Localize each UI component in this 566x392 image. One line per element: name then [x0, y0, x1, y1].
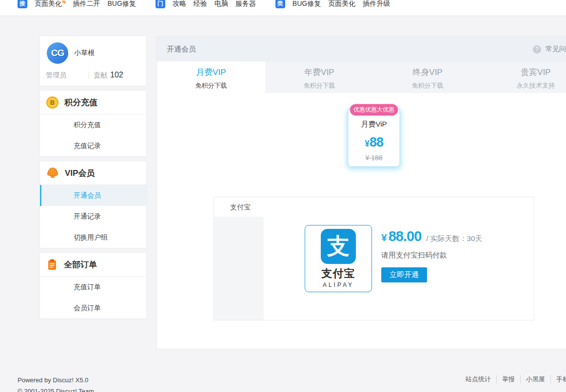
sidebar-item-recharge-orders[interactable]: 充值订单: [40, 277, 146, 298]
tab-subtitle: 免积分下载: [157, 81, 265, 90]
sidebar-item-open-membership[interactable]: 开通会员: [40, 185, 146, 206]
sidebar-item-membership-history[interactable]: 开通记录: [40, 206, 146, 227]
footer-link-site-stats[interactable]: 站点统计: [460, 375, 496, 384]
sidebar-item-points-recharge[interactable]: 积分充值: [40, 114, 146, 135]
tab-lifetime-vip[interactable]: 终身VIP 免积分下载: [373, 61, 482, 93]
page-title: 开通会员: [167, 45, 196, 54]
tab-subtitle: 免积分下载: [373, 81, 482, 90]
menu-section-title: 全部订单: [64, 259, 97, 270]
membership-panel: 开通会员 ? 常见问题 月费VIP 免积分下载 年费VIP 免积分下载 终身VI…: [156, 37, 566, 349]
payment-details: ¥ 88.00 / 实际天数：30天 请用支付宝扫码付款 立即开通: [381, 228, 482, 282]
payment-method-rail: [214, 217, 264, 320]
tab-subtitle: 永久技术支持: [482, 81, 566, 90]
nav-link[interactable]: 插件升级: [363, 0, 390, 8]
nav-link[interactable]: BUG修复: [108, 0, 136, 8]
currency-symbol: ¥: [381, 232, 387, 243]
menu-card-vip: VIP会员 开通会员 开通记录 切换用户组: [39, 161, 147, 248]
footer-link-report[interactable]: 举报: [496, 375, 520, 384]
nav-link-label: 页面美化: [35, 0, 62, 7]
top-navbar: 接 页面美化N 插件二开 BUG修复 门 攻略 经验 电脑 服务器 类 BUG修…: [0, 0, 566, 16]
open-now-button[interactable]: 立即开通: [381, 267, 427, 282]
tab-content: 优惠优惠大优惠 月费ViP ¥88 ¥ 188 支付宝 支 支付宝 ALIPAY…: [157, 93, 566, 350]
sidebar-item-recharge-history[interactable]: 充值记录: [40, 135, 146, 156]
username[interactable]: 小草根: [74, 49, 95, 57]
copyright: © 2001-2025 Discuz! Team: [18, 386, 94, 392]
nav-link[interactable]: 页面美化N: [35, 0, 66, 9]
nav-group-3: 类 BUG修复 页面美化 插件升级: [275, 0, 390, 8]
nav-link[interactable]: 经验: [194, 0, 207, 8]
menu-section-header: 全部订单: [40, 253, 146, 277]
footer-links: 站点统计 举报 小黑屋 手机版 草根: [460, 375, 566, 384]
nav-section-icon[interactable]: 接: [18, 0, 27, 8]
sidebar: CG 小草根 管理员 贡献 102 B 积分充值 积分充值 充值记录: [39, 36, 147, 319]
price-original: ¥ 188: [349, 154, 399, 162]
menu-section-header: VIP会员: [40, 161, 146, 185]
alipay-latin: ALIPAY: [323, 281, 354, 288]
alipay-name: 支付宝: [322, 266, 355, 281]
menu-section-header: B 积分充值: [40, 91, 146, 114]
tab-subtitle: 免积分下载: [265, 81, 373, 90]
price-card-monthly[interactable]: 优惠优惠大优惠 月费ViP ¥88 ¥ 188: [348, 109, 400, 167]
tab-title: 年费VIP: [265, 67, 373, 78]
powered-by[interactable]: Powered by Discuz! X5.0: [18, 374, 94, 386]
menu-card-points: B 积分充值 积分充值 充值记录: [39, 90, 147, 157]
user-role: 管理员: [46, 71, 89, 80]
panel-header: 开通会员 ? 常见问题: [157, 37, 566, 61]
clipboard-icon: [46, 259, 58, 271]
menu-section-title: VIP会员: [65, 168, 95, 179]
nav-group-1: 接 页面美化N 插件二开 BUG修复: [18, 0, 136, 9]
tab-guest-vip[interactable]: 贵宾VIP 永久技术支持: [482, 61, 566, 93]
contribution-label: 贡献: [94, 71, 107, 80]
profile-card: CG 小草根 管理员 贡献 102: [39, 36, 147, 86]
price-card-title: 月费ViP: [349, 120, 399, 129]
nav-link[interactable]: 页面美化: [328, 0, 355, 8]
coin-icon: B: [46, 96, 59, 109]
nav-link[interactable]: 攻略: [173, 0, 186, 8]
payment-amount: 88.00: [389, 228, 422, 244]
nav-link[interactable]: 插件二开: [73, 0, 100, 8]
nav-link[interactable]: 电脑: [215, 0, 228, 8]
sidebar-item-switch-usergroup[interactable]: 切换用户组: [40, 227, 146, 248]
question-icon[interactable]: ?: [533, 45, 541, 54]
faq-link[interactable]: ? 常见问题: [533, 37, 566, 61]
footer-link-blacklist[interactable]: 小黑屋: [520, 375, 550, 384]
faq-label: 常见问题: [546, 45, 566, 54]
avatar[interactable]: CG: [47, 42, 68, 64]
payment-box: 支付宝 支 支付宝 ALIPAY ¥ 88.00 / 实际天数：30天 请用支付…: [214, 197, 534, 320]
scan-instruction: 请用支付宝扫码付款: [381, 251, 482, 260]
actual-days-label: / 实际天数：30天: [426, 234, 482, 243]
price-current: ¥88: [349, 135, 399, 150]
nav-link[interactable]: 服务器: [235, 0, 256, 8]
currency-symbol: ¥: [365, 139, 370, 149]
tab-monthly-vip[interactable]: 月费VIP 免积分下载: [157, 61, 265, 93]
new-badge-icon: N: [62, 0, 66, 4]
tab-yearly-vip[interactable]: 年费VIP 免积分下载: [265, 61, 373, 93]
tab-title: 贵宾VIP: [482, 67, 566, 78]
alipay-icon: 支: [321, 229, 356, 264]
vip-tabs: 月费VIP 免积分下载 年费VIP 免积分下载 终身VIP 免积分下载 贵宾VI…: [157, 61, 566, 93]
payment-method-tab-alipay[interactable]: 支付宝: [214, 197, 264, 217]
shell-icon: [46, 167, 59, 179]
tab-title: 月费VIP: [157, 67, 265, 78]
price-amount: 88: [370, 135, 383, 149]
contribution-value: 102: [110, 71, 123, 79]
nav-section-icon[interactable]: 门: [156, 0, 165, 8]
promo-badge: 优惠优惠大优惠: [350, 104, 398, 116]
nav-group-2: 门 攻略 经验 电脑 服务器: [156, 0, 256, 8]
sidebar-item-member-orders[interactable]: 会员订单: [40, 298, 146, 318]
nav-link[interactable]: BUG修复: [293, 0, 321, 8]
divider: [89, 72, 89, 79]
tab-title: 终身VIP: [373, 67, 482, 78]
footer-credits: Powered by Discuz! X5.0 © 2001-2025 Disc…: [18, 374, 94, 392]
menu-card-orders: 全部订单 充值订单 会员订单: [39, 252, 147, 319]
nav-section-icon[interactable]: 类: [275, 0, 285, 8]
footer-link-mobile[interactable]: 手机版: [550, 375, 566, 384]
alipay-logo-card[interactable]: 支 支付宝 ALIPAY: [305, 225, 372, 292]
menu-section-title: 积分充值: [64, 97, 98, 108]
